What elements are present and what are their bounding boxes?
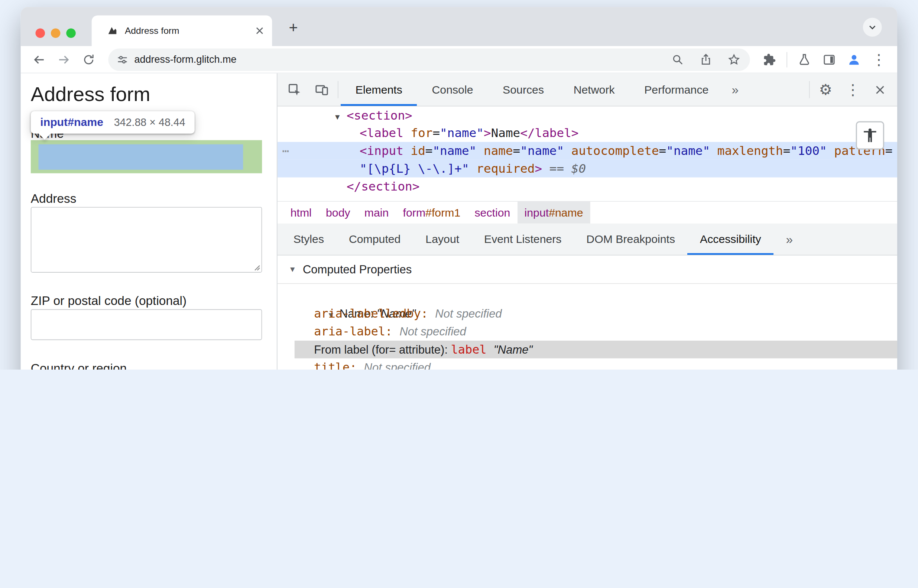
- a11y-source-code: label: [451, 342, 494, 356]
- bookmark-star-icon[interactable]: [722, 48, 745, 71]
- devtools-tab-bar: ElementsConsoleSourcesNetworkPerformance…: [341, 73, 747, 106]
- site-settings-icon[interactable]: [116, 53, 129, 65]
- code-token: <section>: [347, 108, 412, 122]
- minimize-window-button[interactable]: [51, 28, 60, 37]
- a11y-body: ▼Name: "Name" aria-labelledby: Not speci…: [278, 284, 897, 370]
- tab-close-icon[interactable]: [255, 27, 264, 35]
- new-tab-button[interactable]: +: [283, 17, 304, 38]
- code-token: "name": [440, 126, 484, 140]
- side-panel-icon[interactable]: [818, 48, 840, 71]
- devtools-menu-kebab-icon[interactable]: ⋮: [839, 73, 866, 106]
- devtools-subtab-event-listeners[interactable]: Event Listeners: [472, 224, 574, 255]
- address-label: Address: [31, 192, 76, 206]
- devtools-settings-gear-icon[interactable]: ⚙: [812, 73, 839, 106]
- code-token: autocomplete: [571, 144, 659, 158]
- a11y-source-label: From label (for= attribute):: [314, 343, 451, 356]
- code-token: [469, 162, 477, 176]
- devtools-subtab-layout[interactable]: Layout: [413, 224, 472, 255]
- browser-menu-kebab-icon[interactable]: ⋮: [868, 48, 890, 71]
- dom-tree-row-1[interactable]: <label for="name">Name</label>: [278, 124, 897, 142]
- breadcrumb-main[interactable]: main: [357, 202, 396, 224]
- devtools-toolbar: ElementsConsoleSourcesNetworkPerformance…: [278, 73, 897, 106]
- country-label: Country or region: [31, 362, 127, 370]
- breadcrumb-body[interactable]: body: [319, 202, 357, 224]
- inspect-element-icon[interactable]: [281, 73, 308, 106]
- disclosure-icon: ▼: [334, 108, 347, 126]
- a11y-source-row-0: aria-labelledby: Not specified: [278, 304, 897, 322]
- devtools-tab-sources[interactable]: Sources: [488, 73, 559, 106]
- devtools-tab-elements[interactable]: Elements: [341, 73, 417, 106]
- code-token: ==: [542, 162, 571, 176]
- device-toolbar-icon[interactable]: [308, 73, 335, 106]
- dom-tree-row-4[interactable]: </section>: [278, 178, 897, 195]
- reload-icon[interactable]: [78, 48, 100, 71]
- code-token: =: [783, 144, 790, 158]
- disclosure-icon: ▼: [289, 265, 296, 274]
- code-token: =: [425, 144, 433, 158]
- flask-icon[interactable]: [793, 48, 815, 71]
- devtools-subtab-accessibility[interactable]: Accessibility: [688, 224, 774, 255]
- code-token: [827, 144, 834, 158]
- crumb-id: #form1: [425, 206, 460, 219]
- crumb-tag: input: [525, 206, 549, 219]
- a11y-name-row: ▼Name: "Name": [278, 286, 897, 305]
- page-viewport: Address form Name input#name 342.88 × 48…: [21, 73, 277, 370]
- share-icon[interactable]: [694, 48, 717, 71]
- browser-tab[interactable]: Address form: [92, 15, 272, 46]
- code-token: "name": [520, 144, 564, 158]
- extensions-puzzle-icon[interactable]: [758, 48, 781, 71]
- zoom-icon[interactable]: [666, 48, 688, 71]
- crumb-tag: body: [326, 206, 350, 219]
- code-token: </section>: [347, 179, 419, 193]
- crumb-tag: form: [403, 206, 425, 219]
- tab-search-chevron-icon[interactable]: [863, 18, 882, 37]
- url-text: address-form.glitch.me: [134, 53, 236, 65]
- dom-tree-row-0[interactable]: ▼<section>: [278, 107, 897, 124]
- breadcrumb-section[interactable]: section: [467, 202, 517, 224]
- computed-properties-header[interactable]: ▼ Computed Properties: [278, 255, 897, 284]
- forward-icon[interactable]: [53, 48, 75, 71]
- devtools-panel: ElementsConsoleSourcesNetworkPerformance…: [277, 73, 897, 370]
- code-token: [476, 144, 484, 158]
- devtools-tab-console[interactable]: Console: [417, 73, 488, 106]
- breadcrumb-form-form1[interactable]: form#form1: [396, 202, 468, 224]
- breadcrumb-html[interactable]: html: [283, 202, 319, 224]
- address-textarea[interactable]: [31, 207, 262, 273]
- computed-properties-title: Computed Properties: [303, 263, 412, 276]
- code-token: =: [659, 144, 666, 158]
- zip-input[interactable]: [31, 309, 262, 340]
- tab-strip: Address form +: [21, 7, 897, 46]
- devtools-tab-network[interactable]: Network: [559, 73, 630, 106]
- devtools-subtab-computed[interactable]: Computed: [336, 224, 413, 255]
- dom-tree: ▼<section><label for="name">Name</label>…: [278, 107, 897, 201]
- code-token: Name: [491, 126, 520, 140]
- profile-avatar-icon[interactable]: [843, 48, 865, 71]
- back-icon[interactable]: [28, 48, 50, 71]
- a11y-source-value: Not specified: [364, 361, 431, 370]
- devtools-tab-performance[interactable]: Performance: [629, 73, 723, 106]
- tab-title: Address form: [125, 25, 255, 36]
- zip-label: ZIP or postal code (optional): [31, 294, 186, 308]
- maximize-window-button[interactable]: [66, 28, 75, 37]
- textarea-resize-handle[interactable]: [253, 263, 260, 271]
- devtools-subtab-dom-breakpoints[interactable]: DOM Breakpoints: [574, 224, 688, 255]
- dom-tree-row-3[interactable]: "[\p{L} \-\.]+" required> == $0: [278, 160, 897, 178]
- devtools-close-icon[interactable]: [866, 73, 894, 106]
- code-token: "name": [432, 144, 476, 158]
- a11y-source-key: aria-label:: [314, 324, 399, 338]
- close-window-button[interactable]: [36, 28, 45, 37]
- devtools-more-subtabs-button[interactable]: »: [774, 224, 805, 255]
- omnibox[interactable]: address-form.glitch.me: [108, 48, 750, 71]
- inspect-overlay-content[interactable]: [38, 144, 243, 170]
- breadcrumb-input-name[interactable]: input#name: [517, 202, 590, 224]
- code-token: </label>: [520, 126, 579, 140]
- a11y-source-row-1: aria-label: Not specified: [278, 322, 897, 341]
- code-token: >: [535, 162, 542, 176]
- dom-tree-row-2[interactable]: ⋯<input id="name" name="name" autocomple…: [278, 142, 897, 160]
- devtools-subtab-styles[interactable]: Styles: [281, 224, 336, 255]
- accessibility-person-icon[interactable]: [856, 121, 884, 149]
- accessibility-pane: ▼ Computed Properties ▼Name: "Name" aria…: [278, 255, 897, 370]
- devtools-more-tabs-button[interactable]: »: [723, 73, 747, 106]
- a11y-source-row-3: title: Not specified: [278, 359, 897, 370]
- a11y-source-value: Not specified: [399, 325, 466, 338]
